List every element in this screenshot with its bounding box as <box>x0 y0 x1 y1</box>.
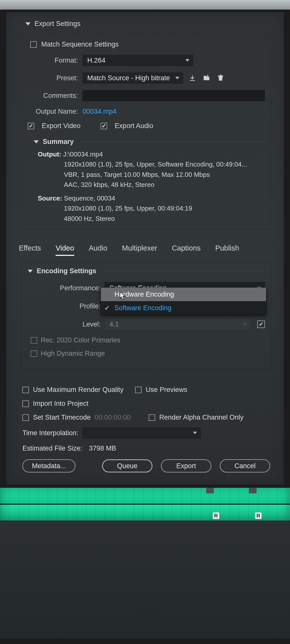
format-label: Format: <box>28 57 78 64</box>
tab-video[interactable]: Video <box>56 244 74 256</box>
app-background <box>0 520 290 639</box>
chevron-down-icon <box>175 77 179 79</box>
track-badge: R <box>213 512 219 519</box>
export-dialog: Export Settings Match Sequence Settings … <box>6 12 284 485</box>
summary-source-line1: 1920x1080 (1.0), 25 fps, Upper, 00:49:04… <box>38 203 265 213</box>
option-label: Hardware Encoding <box>114 291 174 298</box>
dropdown-option-software[interactable]: ✓ Software Encoding <box>101 301 266 315</box>
divider <box>103 271 265 271</box>
option-label: Software Encoding <box>114 304 172 312</box>
profile-label: Profile: <box>28 302 101 310</box>
comments-input[interactable] <box>82 90 265 101</box>
import-preset-icon[interactable] <box>202 73 211 83</box>
render-alpha-checkbox[interactable] <box>149 414 155 421</box>
chevron-down-icon <box>193 432 197 434</box>
save-preset-icon[interactable] <box>188 73 197 83</box>
encoding-settings-title: Encoding Settings <box>37 267 96 275</box>
rec2020-label: Rec. 2020 Color Primaries <box>41 336 120 344</box>
preset-dropdown[interactable]: Match Source - High bitrate <box>82 72 183 84</box>
time-interp-label: Time Interpolation: <box>22 429 78 437</box>
lower-options: Use Maximum Render Quality Use Previews … <box>16 378 276 477</box>
use-previews-checkbox[interactable] <box>135 387 142 393</box>
summary-output-line1: 1920x1080 (1.0), 25 fps, Upper, Software… <box>38 159 265 169</box>
match-sequence-checkbox[interactable] <box>30 41 37 48</box>
export-settings-header[interactable]: Export Settings <box>6 17 284 32</box>
encoding-settings-panel: Encoding Settings Performance: Software … <box>21 262 271 369</box>
render-alpha-label: Render Alpha Channel Only <box>159 414 243 421</box>
export-button[interactable]: Export <box>161 459 211 472</box>
chevron-down-icon <box>34 140 39 143</box>
summary-source-line2: 48000 Hz, Stereo <box>38 214 265 224</box>
export-settings-panel: Match Sequence Settings Format: H.264 Pr… <box>21 32 271 229</box>
timeline-waveform[interactable]: R R <box>0 488 290 520</box>
hdr-label: High Dynamic Range <box>41 350 105 357</box>
est-size-value: 3798 MB <box>89 445 116 452</box>
export-video-checkbox[interactable] <box>28 123 34 129</box>
import-project-checkbox[interactable] <box>22 400 29 407</box>
divider <box>81 142 265 142</box>
summary-output-path: J:\00034.mp4 <box>63 150 103 158</box>
use-previews-label: Use Previews <box>146 386 187 394</box>
summary-output-line2: VBR, 1 pass, Target 10.00 Mbps, Max 12.0… <box>38 170 265 180</box>
window-chrome <box>0 0 290 10</box>
summary-title: Summary <box>43 138 74 146</box>
track-badge: R <box>255 512 262 519</box>
max-render-label: Use Maximum Render Quality <box>33 386 123 394</box>
metadata-button[interactable]: Metadata... <box>22 459 75 472</box>
delete-preset-icon[interactable] <box>216 73 225 83</box>
chevron-down-icon <box>185 59 189 62</box>
time-interp-dropdown[interactable] <box>82 427 201 438</box>
tab-audio[interactable]: Audio <box>89 244 107 256</box>
export-settings-title: Export Settings <box>34 20 80 28</box>
encoding-settings-header[interactable]: Encoding Settings <box>28 265 265 276</box>
rec2020-checkbox[interactable] <box>31 337 37 344</box>
summary-output-label: Output: <box>38 150 61 158</box>
summary-output-line3: AAC, 320 kbps, 48 kHz, Stereo <box>38 180 265 190</box>
export-audio-label: Export Audio <box>115 122 153 130</box>
clip-marker <box>206 488 214 493</box>
chevron-down-icon <box>25 22 30 25</box>
queue-button[interactable]: Queue <box>102 459 152 472</box>
summary-source-line0: Sequence, 00034 <box>64 194 115 202</box>
preset-label: Preset: <box>28 74 78 82</box>
format-dropdown[interactable]: H.264 <box>82 55 193 66</box>
start-timecode-label: Set Start Timecode <box>33 414 91 421</box>
summary-block: Output: J:\00034.mp4 1920x1080 (1.0), 25… <box>28 149 265 224</box>
hdr-checkbox[interactable] <box>31 350 37 357</box>
performance-dropdown-menu: Hardware Encoding ✓ Software Encoding <box>101 287 266 315</box>
level-link-checkbox[interactable]: ✓ <box>257 320 265 328</box>
chevron-down-icon <box>243 323 247 326</box>
comments-label: Comments: <box>28 92 78 100</box>
dropdown-option-hardware[interactable]: Hardware Encoding <box>101 288 266 301</box>
export-audio-checkbox[interactable] <box>101 123 107 129</box>
summary-source-label: Source: <box>38 194 62 202</box>
est-size-label: Estimated File Size: <box>22 445 82 452</box>
performance-label: Performance: <box>28 284 101 292</box>
tab-effects[interactable]: Effects <box>19 244 41 256</box>
start-timecode-checkbox[interactable] <box>22 414 29 421</box>
level-dropdown[interactable]: 4.1 <box>105 318 251 330</box>
import-project-label: Import Into Project <box>33 400 89 408</box>
output-name-link[interactable]: 00034.mp4 <box>82 108 116 115</box>
button-row: Metadata... Queue Export Cancel <box>22 459 270 472</box>
summary-header[interactable]: Summary <box>28 136 265 149</box>
match-sequence-label: Match Sequence Settings <box>41 41 119 48</box>
level-value: 4.1 <box>109 320 119 328</box>
level-label: Level: <box>28 320 101 328</box>
output-name-label: Output Name: <box>28 108 78 115</box>
export-video-label: Export Video <box>42 122 80 130</box>
tab-multiplexer[interactable]: Multiplexer <box>122 244 157 256</box>
preset-value: Match Source - High bitrate <box>87 74 170 82</box>
tab-publish[interactable]: Publish <box>215 244 239 256</box>
chevron-down-icon <box>28 270 33 273</box>
clip-marker <box>249 488 257 493</box>
check-icon: ✓ <box>104 304 110 312</box>
tab-captions[interactable]: Captions <box>172 244 200 256</box>
settings-tabstrip: Effects Video Audio Multiplexer Captions… <box>6 236 284 256</box>
max-render-checkbox[interactable] <box>22 387 29 393</box>
cancel-button[interactable]: Cancel <box>220 459 270 472</box>
start-timecode-value: 00:00:00:00 <box>95 414 131 421</box>
format-value: H.264 <box>87 57 105 64</box>
